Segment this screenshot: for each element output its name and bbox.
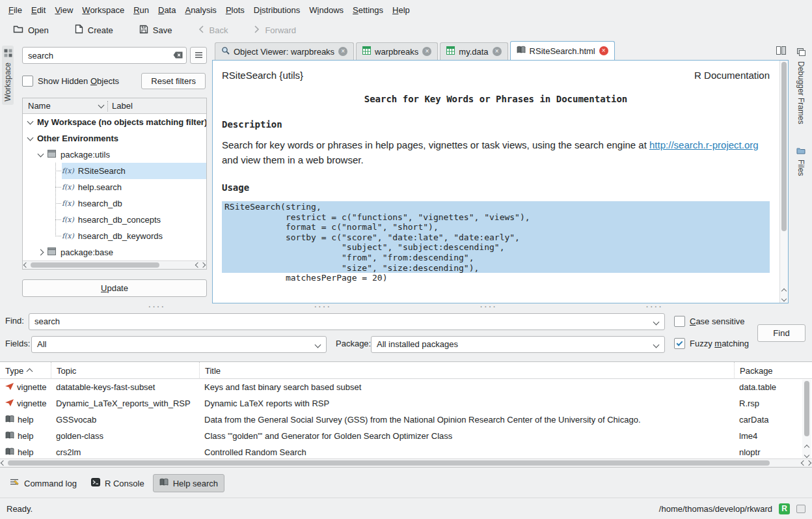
usage-heading: Usage [222, 182, 770, 193]
fields-combobox[interactable]: All [31, 336, 327, 353]
tree-item-hsearch-db[interactable]: f(x)hsearch_db [23, 195, 206, 212]
menu-item-workspace[interactable]: Workspace [77, 3, 129, 18]
statusbar: Ready. /home/thomas/develop/rkward R [0, 498, 812, 519]
tree-header-name[interactable]: Name [28, 101, 103, 111]
chevron-down-icon[interactable] [27, 118, 34, 124]
find-label: Find: [5, 316, 24, 326]
tree-header-label[interactable]: Label [112, 101, 133, 111]
doc-topic: RSiteSearch {utils} [222, 70, 303, 81]
check-icon [677, 340, 683, 346]
menu-item-settings[interactable]: Settings [348, 3, 388, 18]
result-row[interactable]: help golden-class Class '"golden"' and G… [0, 428, 812, 444]
scroll-down-icon[interactable] [804, 453, 809, 458]
scrollbar-thumb[interactable] [781, 62, 787, 231]
column-header-package[interactable]: Package [734, 362, 802, 379]
tab-object-viewer-warpbreaks[interactable]: Object Viewer: warpbreaks × [215, 42, 354, 60]
case-sensitive-checkbox[interactable]: Case sensitive [674, 316, 745, 327]
menu-item-data[interactable]: Data [154, 3, 180, 18]
scrollbar-thumb[interactable] [804, 381, 809, 436]
scroll-down-icon[interactable] [781, 296, 787, 302]
close-icon[interactable]: × [493, 47, 502, 56]
tab-warpbreaks[interactable]: warpbreaks × [356, 42, 438, 60]
help-search-bar: Find: search Case sensitive Find Fields:… [0, 310, 812, 361]
fuzzy-matching-checkbox[interactable]: Fuzzy matching [674, 338, 749, 349]
tree-item-help-search[interactable]: f(x)help.search [23, 179, 206, 195]
usage-code-selected[interactable]: RSiteSearch(string, restrict = c("functi… [222, 201, 770, 273]
chevron-down-icon[interactable] [27, 134, 34, 141]
debugger-frames-dock-tab[interactable]: Debugger Frames [795, 46, 807, 127]
menu-item-analysis[interactable]: Analysis [180, 3, 221, 18]
close-icon[interactable]: × [422, 47, 431, 56]
tab-my-data[interactable]: my.data × [440, 42, 508, 60]
vignette-icon [5, 382, 14, 392]
document-vertical-scrollbar[interactable] [779, 61, 788, 303]
clear-search-icon[interactable] [173, 51, 183, 59]
workspace-dock-tab[interactable]: Workspace [2, 46, 14, 105]
tree-item-rsitesearch[interactable]: f(x)RSiteSearch [23, 163, 206, 179]
scroll-right-icon[interactable] [806, 460, 811, 466]
tree-item-my-workspace[interactable]: My Workspace (no objects matching filter… [23, 114, 206, 130]
column-header-topic[interactable]: Topic [51, 362, 199, 379]
search-r-project-link[interactable]: http://search.r-project.org [649, 139, 759, 150]
scroll-up-icon[interactable] [804, 445, 809, 450]
tree-item-hsearch-db-concepts[interactable]: f(x)hsearch_db_concepts [23, 212, 206, 228]
menu-item-file[interactable]: File [4, 3, 27, 18]
horizontal-splitter[interactable]: ···· ···· ···· ···· [0, 303, 812, 310]
result-row[interactable]: vignette Dynamic_LaTeX_reports_with_RSP … [0, 395, 812, 412]
chevron-down-icon[interactable] [38, 150, 44, 157]
open-button[interactable]: Open [9, 23, 53, 38]
close-icon[interactable]: × [338, 47, 347, 56]
back-button[interactable]: Back [194, 23, 232, 38]
find-button[interactable]: Find [757, 324, 805, 342]
reset-filters-button[interactable]: Reset filters [141, 73, 206, 89]
scroll-left-icon[interactable] [1, 460, 6, 466]
scrollbar-thumb[interactable] [8, 460, 770, 466]
tree-item-package-utils[interactable]: package:utils [23, 147, 206, 163]
usage-code-tail[interactable]: matchesPerPage = 20) [222, 273, 770, 283]
document-area: Object Viewer: warpbreaks × warpbreaks ×… [212, 40, 789, 303]
column-header-title[interactable]: Title [199, 362, 734, 379]
tree-item-package-base[interactable]: package:base [23, 244, 206, 260]
menu-item-help[interactable]: Help [388, 3, 414, 18]
find-term-combobox[interactable]: search [29, 313, 665, 330]
package-combobox[interactable]: All installed packages [371, 336, 665, 353]
scroll-right-icon[interactable] [200, 262, 206, 268]
scroll-up-icon[interactable] [781, 288, 787, 294]
close-icon[interactable]: × [599, 46, 608, 55]
object-viewer-icon [221, 46, 230, 57]
tree-item-hsearch-db-keywords[interactable]: f(x)hsearch_db_keywords [23, 228, 206, 244]
menu-item-windows[interactable]: Windows [304, 3, 348, 18]
column-header-type[interactable]: Type [0, 362, 51, 379]
save-button[interactable]: Save [135, 23, 176, 38]
chevron-right-icon[interactable] [38, 249, 44, 256]
help-page-icon [517, 46, 526, 56]
tab-rsitesearch-html[interactable]: RSiteSearch.html × [510, 41, 615, 60]
object-search-input[interactable] [22, 47, 187, 64]
result-row[interactable]: help GSSvocab Data from the General Soci… [0, 412, 812, 428]
create-button[interactable]: Create [71, 22, 117, 38]
tree-item-other-environments[interactable]: Other Environments [23, 130, 206, 147]
scroll-left-icon[interactable] [23, 262, 29, 268]
filter-options-button[interactable] [190, 47, 207, 64]
menu-item-view[interactable]: View [50, 3, 77, 18]
r-console-tab[interactable]: R Console [85, 475, 150, 492]
show-hidden-checkbox[interactable] [22, 76, 33, 87]
results-horizontal-scrollbar[interactable] [0, 458, 812, 467]
update-button[interactable]: Update [22, 279, 207, 297]
forward-button[interactable]: Forward [250, 23, 300, 38]
menu-item-edit[interactable]: Edit [27, 3, 50, 18]
files-dock-tab[interactable]: Files [795, 144, 807, 178]
command-log-tab[interactable]: Command log [4, 475, 83, 492]
split-view-icon[interactable] [776, 46, 786, 57]
menu-item-distributions[interactable]: Distributions [249, 3, 305, 18]
fields-label: Fields: [5, 339, 30, 348]
result-row[interactable]: vignette datatable-keys-fast-subset Keys… [0, 379, 812, 395]
tree-horizontal-scrollbar[interactable] [23, 260, 206, 269]
scrollbar-thumb[interactable] [31, 262, 159, 268]
results-vertical-scrollbar[interactable] [802, 380, 811, 458]
doc-title: Search for Key Words or Phrases in Docum… [222, 94, 770, 104]
help-search-tab[interactable]: Help search [153, 474, 224, 492]
vignette-icon [5, 399, 14, 408]
menu-item-run[interactable]: Run [129, 3, 154, 18]
menu-item-plots[interactable]: Plots [221, 3, 249, 18]
